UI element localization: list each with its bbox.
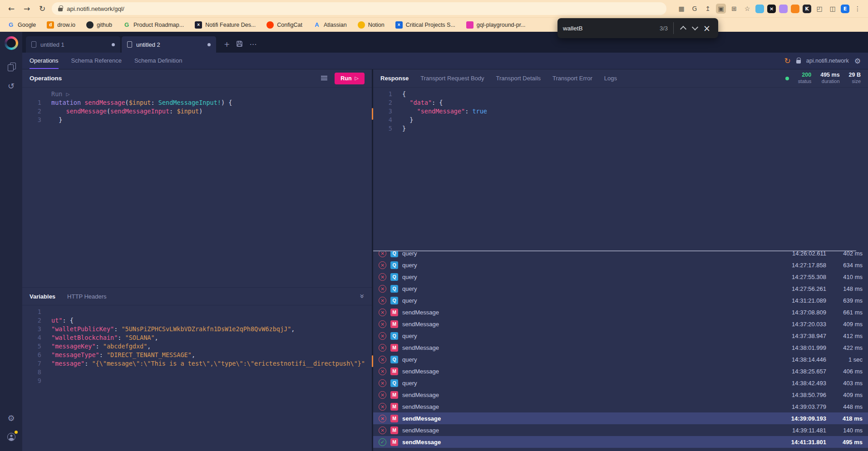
bookmark-item-github[interactable]: github	[86, 21, 112, 29]
stat-label: size	[852, 78, 861, 85]
history-row[interactable]: ×Qquery14:37:38.947412 ms	[373, 330, 868, 342]
nav-tab-schema-reference[interactable]: Schema Reference	[71, 53, 122, 69]
bookmark-favicon-icon: A	[313, 21, 321, 29]
response-editor[interactable]: 1{2 "data": {3 "sendMessage": true4 }5}	[373, 88, 868, 250]
forward-icon[interactable]: →	[21, 4, 33, 13]
profile-avatar[interactable]: E	[841, 5, 849, 13]
error-icon: ×	[379, 379, 386, 387]
history-row[interactable]: ×Qquery14:38:14.4461 sec	[373, 353, 868, 365]
reload-icon[interactable]: ↻	[36, 4, 48, 13]
history-row[interactable]: ×Qquery14:27:55.308410 ms	[373, 271, 868, 283]
operation-name: sendMessage	[402, 427, 776, 434]
code-text	[41, 308, 51, 316]
new-tab-icon[interactable]: +	[224, 41, 230, 48]
doc-tab-untitled-2[interactable]: untitled 2	[122, 36, 216, 53]
bookmark-item-notifi-feature-des[interactable]: ×Notifi Feature Des...	[195, 21, 256, 29]
success-icon: ✓	[379, 438, 386, 446]
nav-tab-schema-definition[interactable]: Schema Definition	[134, 53, 182, 69]
bookmark-item-google[interactable]: GGoogle	[7, 21, 36, 29]
inline-run-button[interactable]: Run ▷	[41, 90, 70, 98]
connection-settings-icon[interactable]: ⚙	[854, 57, 861, 65]
history-icon[interactable]: ↺	[4, 78, 19, 93]
bookmark-item-atlassian[interactable]: AAtlassian	[313, 21, 347, 29]
settings-gear-icon[interactable]: ⚙	[4, 410, 19, 426]
history-row[interactable]: ×Qquery14:27:17.858634 ms	[373, 259, 868, 271]
history-row[interactable]: ×Qquery14:38:42.493403 ms	[373, 377, 868, 389]
save-icon[interactable]	[236, 40, 243, 49]
doc-tab-untitled-1[interactable]: untitled 1	[26, 36, 120, 53]
run-button[interactable]: Run ▷	[335, 73, 365, 84]
tab-transport-details[interactable]: Transport Details	[496, 75, 541, 82]
google-g-icon[interactable]: G	[690, 4, 700, 14]
extensions-row: ▦G↥▣⊞☆×K◰◫E⋮	[676, 4, 863, 14]
bookmark-item-product-roadmap[interactable]: GProduct Roadmap...	[123, 21, 184, 29]
find-query-input[interactable]: walletB	[563, 25, 660, 32]
bookmark-item-drow-io[interactable]: ddrow.io	[47, 21, 75, 29]
operation-type-badge: M	[390, 403, 398, 411]
prettify-icon[interactable]	[321, 76, 327, 81]
account-icon[interactable]	[4, 429, 19, 445]
tab-variables[interactable]: Variables	[30, 293, 55, 300]
bookmark-item-gql-playground-pr[interactable]: gql-playground-pr...	[466, 21, 526, 29]
k-extension-icon[interactable]: K	[803, 5, 811, 13]
browser-toolbar: ← → ↻ api.notifi.network/gql/ ▦G↥▣⊞☆×K◰◫…	[0, 0, 868, 17]
address-bar[interactable]: api.notifi.network/gql/	[52, 2, 666, 15]
tab-http-headers[interactable]: HTTP Headers	[67, 293, 106, 300]
documents-icon[interactable]	[4, 59, 19, 74]
history-row[interactable]: ×MsendMessage14:39:09.193418 ms	[373, 412, 868, 424]
operation-timestamp: 14:27:55.308	[776, 274, 826, 280]
code-text: "walletPublicKey": "5UNsPiZPHCSvLWkbVDZr…	[41, 325, 295, 333]
history-row[interactable]: ×Qquery14:27:56.261148 ms	[373, 283, 868, 294]
find-close-icon[interactable]: ×	[701, 23, 713, 33]
find-next-icon[interactable]	[689, 22, 701, 34]
more-options-icon[interactable]: ⋯	[249, 41, 256, 48]
app-logo[interactable]	[5, 36, 18, 50]
bookmark-item-critical-projects-s[interactable]: ×Critical Projects S...	[395, 21, 455, 29]
tab-logs[interactable]: Logs	[604, 75, 617, 82]
share-icon[interactable]: ↥	[703, 4, 713, 14]
puzzle-extensions-icon[interactable]: ◰	[814, 4, 824, 14]
water-extension-icon[interactable]	[755, 5, 764, 13]
chat-extension-icon[interactable]	[779, 5, 788, 13]
history-row[interactable]: ×MsendMessage14:38:50.796409 ms	[373, 389, 868, 401]
error-icon: ×	[379, 368, 386, 375]
x-extension-icon[interactable]: ×	[767, 5, 776, 13]
history-row[interactable]: ×MsendMessage14:38:01.999422 ms	[373, 342, 868, 353]
history-row[interactable]: ✓MsendMessage14:41:31.801495 ms	[373, 436, 868, 448]
line-number: 1	[22, 308, 41, 316]
bookmarks-bar: GGoogleddrow.iogithubGProduct Roadmap...…	[0, 17, 868, 32]
side-panel-icon[interactable]: ◫	[828, 4, 838, 14]
collapse-panel-icon[interactable]: »	[358, 294, 367, 299]
find-previous-icon[interactable]	[677, 22, 689, 34]
capture-tool-icon[interactable]: ▣	[716, 4, 726, 14]
bookmark-item-configcat[interactable]: ConfigCat	[266, 21, 302, 29]
metamask-extension-icon[interactable]	[791, 5, 799, 13]
operation-timestamp: 14:38:01.999	[776, 344, 826, 351]
nav-tab-operations[interactable]: Operations	[30, 53, 59, 69]
bookmark-favicon-icon: ×	[395, 21, 403, 29]
tab-transport-error[interactable]: Transport Error	[552, 75, 592, 82]
history-row[interactable]: ×Qquery14:31:21.089639 ms	[373, 294, 868, 306]
back-icon[interactable]: ←	[5, 4, 17, 13]
bookmark-item-notion[interactable]: Notion	[358, 21, 385, 29]
menu-dots-icon[interactable]: ⋮	[853, 4, 863, 14]
clipboard-icon[interactable]: ⊞	[729, 4, 739, 14]
operations-editor[interactable]: Run ▷ 1mutation sendMessage($input: Send…	[22, 88, 372, 287]
schema-refresh-icon[interactable]: ↻	[784, 56, 791, 65]
variables-editor[interactable]: 12ut": {3"walletPublicKey": "5UNsPiZPHCS…	[22, 305, 372, 451]
bookmark-star-icon[interactable]: ☆	[742, 4, 752, 14]
history-row[interactable]: ×MsendMessage14:38:25.657406 ms	[373, 365, 868, 377]
line-number: 5	[22, 342, 41, 351]
resize-grip[interactable]	[372, 108, 373, 120]
tab-response[interactable]: Response	[380, 75, 409, 82]
bookmark-label: Atlassian	[324, 22, 347, 28]
history-row[interactable]: ×MsendMessage14:37:20.033409 ms	[373, 318, 868, 330]
line-number: 1	[373, 90, 392, 98]
history-row[interactable]: ×MsendMessage14:39:03.779448 ms	[373, 401, 868, 412]
history-row[interactable]: ×MsendMessage14:37:08.809661 ms	[373, 306, 868, 318]
history-row[interactable]: ×Qquery14:26:02.611402 ms	[373, 250, 868, 259]
history-row[interactable]: ×MsendMessage14:39:11.481140 ms	[373, 424, 868, 436]
stat-label: duration	[822, 78, 840, 85]
tab-transport-request-body[interactable]: Transport Request Body	[420, 75, 484, 82]
tab-search-icon[interactable]: ▦	[676, 4, 686, 14]
